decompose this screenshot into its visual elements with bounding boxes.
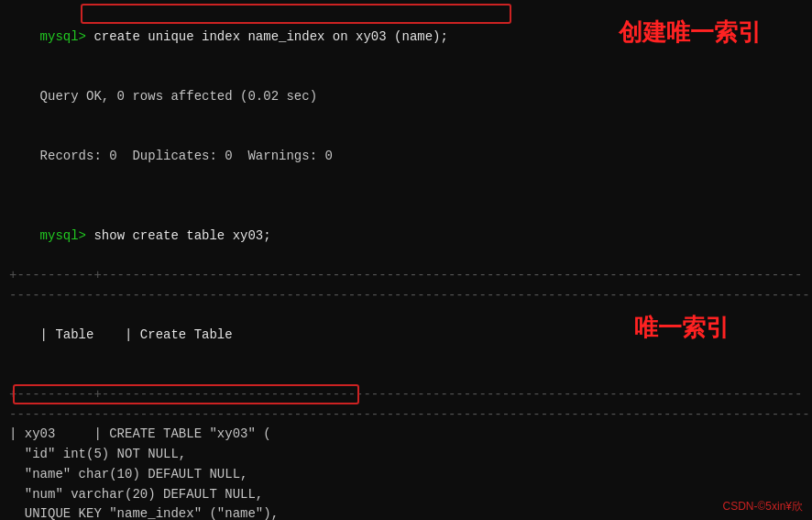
output-2: Query OK, 0 rows affected (0.02 sec): [40, 89, 317, 104]
prompt-5: mysql>: [40, 228, 94, 243]
cmd-1: create unique index name_index on xy03 (…: [93, 29, 447, 44]
line-blank-2: [9, 365, 803, 385]
sep-2: +----------+----------------------------…: [9, 385, 803, 405]
table-row-2: "id" int(5) NOT NULL,: [9, 445, 803, 465]
line-3: Records: 0 Duplicates: 0 Warnings: 0: [9, 127, 803, 186]
table-col-1: | Table | Create Table: [40, 327, 233, 342]
table-row-3: "name" char(10) DEFAULT NULL,: [9, 465, 803, 485]
line-2: Query OK, 0 rows affected (0.02 sec): [9, 67, 803, 127]
table-row-unique: UNIQUE KEY "name_index" ("name"),: [9, 504, 803, 520]
table-header: | Table | Create Table: [9, 305, 803, 365]
cmd-5: show create table xy03;: [93, 228, 270, 243]
dash-2: ----------------------------------------…: [9, 405, 803, 426]
prompt-1: mysql>: [40, 29, 94, 44]
table-row-4: "num" varchar(20) DEFAULT NULL,: [9, 485, 803, 505]
line-blank-1: [9, 186, 803, 206]
terminal: mysql> create unique index name_index on…: [0, 0, 812, 520]
dash-1: ----------------------------------------…: [9, 286, 803, 306]
table-row-1: | xy03 | CREATE TABLE "xy03" (: [9, 425, 803, 445]
line-1: mysql> create unique index name_index on…: [9, 7, 803, 67]
watermark: CSDN-©5xin¥欣: [722, 499, 803, 514]
line-5: mysql> show create table xy03;: [9, 206, 803, 266]
sep-1: +----------+----------------------------…: [9, 266, 803, 286]
output-3: Records: 0 Duplicates: 0 Warnings: 0: [40, 149, 333, 163]
